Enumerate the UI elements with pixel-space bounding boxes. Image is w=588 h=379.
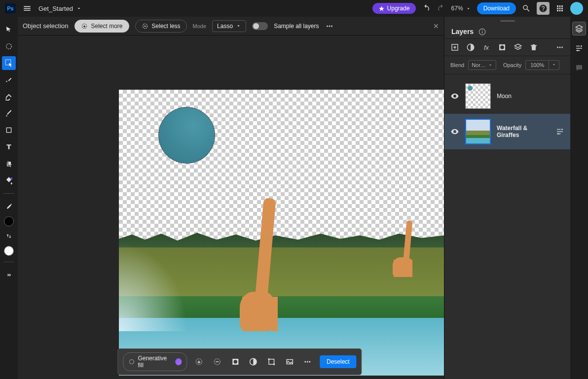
generative-fill-button[interactable]: Generative fill: [123, 352, 187, 371]
mask-icon[interactable]: [498, 43, 507, 52]
svg-point-20: [307, 361, 308, 363]
menu-icon[interactable]: [23, 4, 32, 13]
layers-panel: Layers fx Blend Nor… Opacity 100%: [444, 17, 570, 379]
right-rail: [570, 17, 588, 379]
help-icon: [539, 4, 548, 13]
layer-item-waterfall[interactable]: Waterfall & Giraffes: [444, 114, 570, 149]
redo-icon[interactable]: [437, 4, 445, 13]
visibility-icon[interactable]: [450, 127, 459, 136]
expand-selection-button[interactable]: [193, 355, 205, 368]
svg-point-5: [6, 44, 12, 49]
document-title-dropdown[interactable]: Get_Started: [38, 5, 82, 12]
canvas-mist: [119, 242, 188, 331]
opacity-dropdown[interactable]: [549, 60, 559, 70]
deselect-button[interactable]: Deselect: [320, 355, 357, 368]
svg-point-21: [309, 361, 311, 363]
canvas[interactable]: [119, 90, 444, 376]
zoom-dropdown[interactable]: 67%: [451, 5, 471, 12]
layer-thumbnail[interactable]: [465, 83, 491, 109]
eyedropper-tool[interactable]: [2, 200, 16, 213]
layer-settings-icon[interactable]: [555, 127, 564, 136]
document-title: Get_Started: [38, 5, 73, 12]
canvas-area[interactable]: Generative fill Deselect: [18, 35, 462, 379]
svg-rect-17: [273, 364, 275, 365]
layers-rail-button[interactable]: [572, 22, 586, 35]
transform-button[interactable]: [265, 355, 278, 368]
star-icon: [378, 5, 385, 12]
layer-name: Moon: [497, 93, 564, 100]
brush-tool[interactable]: [2, 73, 16, 87]
add-layer-icon[interactable]: [450, 43, 459, 52]
healing-tool[interactable]: [2, 90, 16, 103]
svg-point-28: [500, 45, 504, 49]
panel-handle[interactable]: [444, 17, 570, 25]
download-button[interactable]: Download: [477, 2, 516, 14]
contract-selection-button[interactable]: [211, 355, 223, 368]
context-more-button[interactable]: [301, 355, 314, 368]
chevron-down-icon: [551, 62, 556, 67]
upgrade-button[interactable]: Upgrade: [372, 3, 416, 14]
svg-point-9: [130, 360, 134, 364]
app-logo[interactable]: Ps: [5, 3, 16, 13]
moon-selection[interactable]: [158, 107, 215, 164]
undo-icon[interactable]: [422, 4, 431, 13]
opacity-label: Opacity: [503, 62, 521, 68]
blend-mode-dropdown[interactable]: Nor…: [468, 60, 496, 70]
fx-icon[interactable]: fx: [482, 43, 491, 52]
blend-label: Blend: [450, 62, 464, 68]
help-button[interactable]: [537, 2, 550, 15]
svg-rect-7: [6, 128, 11, 132]
object-select-tool[interactable]: [2, 56, 16, 70]
context-bar: Generative fill Deselect: [117, 348, 362, 375]
chevron-down-icon: [488, 63, 493, 68]
chevron-down-icon: [466, 6, 471, 11]
svg-point-29: [557, 47, 558, 48]
comments-rail-button[interactable]: [572, 61, 586, 75]
svg-point-22: [581, 45, 582, 47]
visibility-icon[interactable]: [450, 92, 459, 101]
sparkle-ring-icon: [128, 358, 135, 365]
layer-list: Moon Waterfall & Giraffes: [444, 74, 570, 153]
svg-point-13: [233, 360, 237, 364]
mask-button[interactable]: [229, 355, 241, 368]
layers-stack-icon[interactable]: [514, 43, 522, 52]
sparkle-icon: [175, 358, 182, 365]
paint-tool[interactable]: [2, 106, 16, 120]
svg-rect-16: [268, 358, 269, 360]
svg-point-23: [577, 50, 579, 51]
place-button[interactable]: [284, 355, 296, 368]
chevron-down-icon: [76, 5, 82, 11]
adjustment-button[interactable]: [247, 355, 259, 368]
info-icon[interactable]: [478, 28, 486, 35]
background-color[interactable]: [4, 246, 14, 256]
foreground-color[interactable]: [4, 216, 14, 226]
svg-point-30: [559, 47, 561, 48]
layer-name: Waterfall & Giraffes: [497, 125, 550, 138]
swap-colors[interactable]: [2, 229, 16, 243]
layer-item-moon[interactable]: Moon: [444, 78, 570, 114]
svg-point-32: [561, 129, 563, 130]
svg-point-8: [10, 177, 13, 180]
opacity-value[interactable]: 100%: [525, 60, 549, 70]
layer-thumbnail[interactable]: [465, 119, 491, 144]
apps-icon[interactable]: [555, 4, 564, 13]
panel-more-icon[interactable]: [555, 43, 564, 52]
delete-layer-icon[interactable]: [529, 43, 538, 52]
marquee-tool[interactable]: [2, 39, 16, 53]
canvas-giraffe-2: [388, 213, 422, 277]
crop-tool[interactable]: [2, 157, 16, 171]
search-icon[interactable]: [522, 4, 531, 13]
adjustment-layer-icon[interactable]: [466, 43, 475, 52]
svg-point-19: [305, 361, 306, 363]
svg-point-31: [561, 47, 563, 48]
canvas-giraffe-1: [230, 173, 294, 331]
fill-tool[interactable]: [2, 173, 16, 187]
shape-tool[interactable]: [2, 123, 16, 137]
expand-tools[interactable]: [2, 268, 16, 282]
svg-rect-15: [269, 359, 274, 365]
user-avatar[interactable]: [570, 2, 583, 15]
left-toolbar: [0, 17, 18, 379]
move-tool[interactable]: [2, 23, 16, 36]
properties-rail-button[interactable]: [572, 41, 586, 55]
text-tool[interactable]: [2, 140, 16, 154]
